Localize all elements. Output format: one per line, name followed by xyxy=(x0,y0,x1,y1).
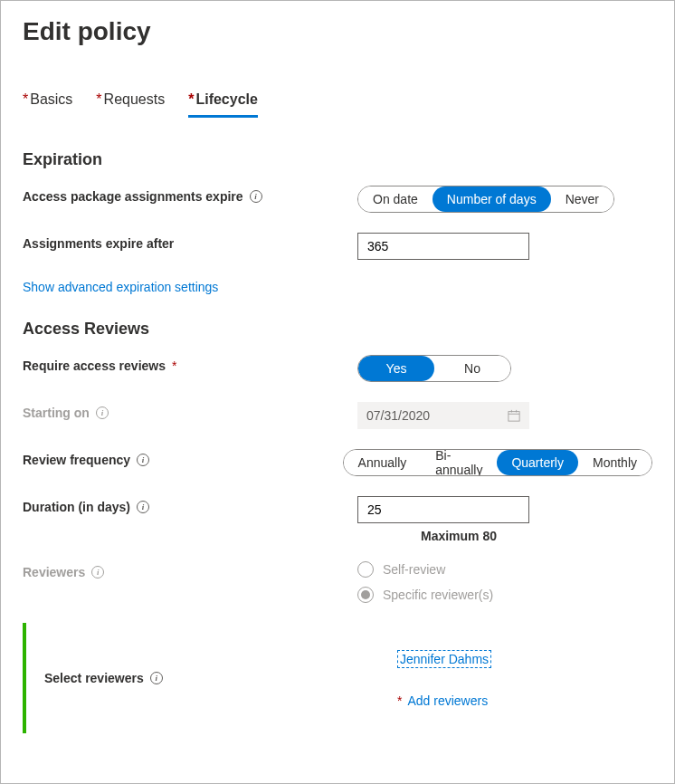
expire-on-date[interactable]: On date xyxy=(358,186,433,212)
calendar-icon xyxy=(508,409,520,422)
radio-self-review-label: Self-review xyxy=(383,562,445,577)
info-icon[interactable]: i xyxy=(137,454,149,466)
info-icon[interactable]: i xyxy=(137,501,149,513)
tab-lifecycle[interactable]: *Lifecycle xyxy=(188,91,258,118)
expire-mode-group: On date Number of days Never xyxy=(357,186,614,213)
svg-rect-0 xyxy=(509,412,519,422)
selected-reviewer[interactable]: Jennifer Dahms xyxy=(397,650,491,668)
require-reviews-yes[interactable]: Yes xyxy=(358,356,434,381)
info-icon: i xyxy=(91,566,104,578)
review-frequency-label: Review frequency xyxy=(23,453,130,467)
expire-after-input[interactable] xyxy=(357,233,529,260)
info-icon[interactable]: i xyxy=(250,190,262,203)
expire-after-label: Assignments expire after xyxy=(23,236,174,251)
require-reviews-label: Require access reviews xyxy=(23,359,166,373)
review-frequency-group: Annually Bi-annually Quarterly Monthly xyxy=(343,449,652,476)
tabs: *Basics *Requests *Lifecycle xyxy=(23,91,652,118)
radio-specific-reviewers-label: Specific reviewer(s) xyxy=(383,588,493,602)
freq-bi-annually[interactable]: Bi-annually xyxy=(421,450,497,475)
assignments-expire-label: Access package assignments expire xyxy=(23,189,243,204)
starting-on-label: Starting on xyxy=(23,406,90,420)
tab-requests[interactable]: *Requests xyxy=(96,91,165,118)
duration-input[interactable] xyxy=(357,496,529,523)
add-reviewers-link[interactable]: Add reviewers xyxy=(407,693,488,708)
freq-annually[interactable]: Annually xyxy=(344,450,422,475)
access-reviews-heading: Access Reviews xyxy=(23,320,652,339)
duration-hint: Maximum 80 xyxy=(421,529,652,543)
radio-specific-reviewers xyxy=(357,587,374,603)
require-reviews-no[interactable]: No xyxy=(434,356,510,381)
info-icon[interactable]: i xyxy=(150,672,163,684)
required-asterisk: * xyxy=(397,693,402,708)
expire-never[interactable]: Never xyxy=(551,186,613,212)
freq-monthly[interactable]: Monthly xyxy=(578,450,651,475)
reviewers-label: Reviewers xyxy=(23,565,85,579)
page-title: Edit policy xyxy=(23,17,652,46)
duration-label: Duration (in days) xyxy=(23,500,130,514)
radio-self-review xyxy=(357,561,374,578)
expire-number-of-days[interactable]: Number of days xyxy=(433,186,551,212)
select-reviewers-panel: Select reviewers i Jennifer Dahms * Add … xyxy=(23,623,652,733)
info-icon: i xyxy=(96,406,109,419)
tab-basics[interactable]: *Basics xyxy=(23,91,72,118)
reviewers-radio-group: Self-review Specific reviewer(s) xyxy=(357,561,652,603)
freq-quarterly[interactable]: Quarterly xyxy=(497,450,578,475)
starting-on-input: 07/31/2020 xyxy=(357,402,529,429)
select-reviewers-label: Select reviewers xyxy=(44,671,144,685)
expiration-heading: Expiration xyxy=(23,150,652,169)
advanced-expiration-link[interactable]: Show advanced expiration settings xyxy=(23,280,218,294)
require-reviews-group: Yes No xyxy=(357,355,511,382)
